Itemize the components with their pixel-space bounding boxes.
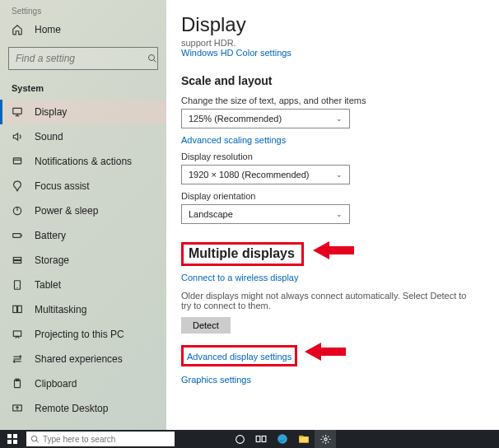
svg-point-37: [277, 434, 287, 444]
main-content: Display support HDR. Windows HD Color se…: [166, 0, 499, 430]
projecting-icon: [12, 329, 26, 340]
sidebar-item-label: Display: [35, 106, 67, 118]
app-title: Settings: [0, 7, 166, 16]
taskbar-search[interactable]: [26, 432, 175, 446]
svg-point-0: [148, 55, 154, 61]
clipboard-icon: [12, 378, 26, 390]
taskbar-icons: [229, 430, 336, 448]
sound-icon: [12, 131, 26, 142]
graphics-link[interactable]: Graphics settings: [181, 375, 491, 385]
orient-value: Landscape: [189, 209, 233, 219]
sidebar-item-clipboard[interactable]: Clipboard: [0, 371, 166, 396]
chevron-down-icon: ⌄: [336, 170, 343, 179]
home-nav[interactable]: Home: [0, 19, 166, 40]
sidebar-item-sound[interactable]: Sound: [0, 124, 166, 149]
edge-icon[interactable]: [272, 430, 293, 448]
taskbar-search-input[interactable]: [43, 435, 175, 444]
svg-marker-27: [305, 343, 346, 361]
adv-display-link[interactable]: Advanced display settings: [187, 352, 291, 362]
svg-rect-18: [13, 331, 21, 336]
sidebar-item-projecting[interactable]: Projecting to this PC: [0, 322, 166, 347]
sidebar-item-label: Clipboard: [35, 378, 77, 390]
task-view-icon[interactable]: [250, 430, 272, 448]
svg-marker-26: [313, 241, 354, 259]
svg-point-32: [31, 436, 36, 441]
cortana-icon[interactable]: [229, 430, 250, 448]
chevron-down-icon: ⌄: [336, 114, 343, 123]
svg-line-1: [153, 60, 156, 63]
sidebar-item-multitasking[interactable]: Multitasking: [0, 297, 166, 322]
chevron-down-icon: ⌄: [336, 210, 343, 218]
sidebar-item-tablet[interactable]: Tablet: [0, 273, 166, 297]
sidebar-item-notifications[interactable]: Notifications & actions: [0, 149, 166, 174]
sidebar-item-label: Battery: [35, 230, 66, 241]
svg-rect-29: [13, 434, 17, 438]
explorer-icon[interactable]: [293, 430, 315, 448]
sidebar-item-battery[interactable]: Battery: [0, 223, 166, 248]
adv-display-highlight: Advanced display settings: [181, 345, 297, 366]
tablet-icon: [12, 279, 26, 291]
search-wrap: [8, 47, 158, 70]
sidebar-item-remote[interactable]: Remote Desktop: [0, 396, 166, 421]
sidebar-item-focus[interactable]: Focus assist: [0, 174, 166, 198]
scale-select[interactable]: 125% (Recommended) ⌄: [181, 109, 350, 128]
adv-scaling-link[interactable]: Advanced scaling settings: [181, 135, 491, 145]
detect-button[interactable]: Detect: [181, 317, 231, 334]
sidebar-item-power[interactable]: Power & sleep: [0, 198, 166, 223]
section-label: System: [0, 78, 166, 100]
orient-label: Display orientation: [181, 191, 491, 201]
res-select[interactable]: 1920 × 1080 (Recommended) ⌄: [181, 165, 350, 184]
older-displays-text: Older displays might not always connect …: [181, 291, 478, 310]
orient-select[interactable]: Landscape ⌄: [181, 204, 350, 224]
sidebar-item-label: Focus assist: [35, 180, 90, 192]
taskbar: [0, 430, 499, 448]
svg-rect-39: [299, 436, 303, 437]
search-box[interactable]: [8, 47, 158, 70]
sidebar-item-label: Power & sleep: [35, 205, 98, 217]
svg-rect-30: [7, 440, 12, 444]
multitasking-icon: [12, 304, 26, 315]
svg-rect-36: [262, 436, 266, 442]
sidebar-item-storage[interactable]: Storage: [0, 248, 166, 273]
battery-icon: [12, 230, 26, 241]
svg-rect-6: [13, 158, 21, 164]
home-label: Home: [35, 24, 61, 35]
page-title: Display: [181, 13, 491, 36]
wireless-link[interactable]: Connect to a wireless display: [181, 273, 491, 282]
hdr-link[interactable]: Windows HD Color settings: [181, 48, 491, 58]
scale-value: 125% (Recommended): [189, 114, 282, 124]
power-icon: [12, 205, 26, 217]
svg-rect-12: [13, 258, 21, 260]
search-icon: [26, 435, 43, 444]
storage-icon: [12, 254, 26, 266]
svg-rect-28: [7, 434, 12, 438]
svg-rect-10: [13, 234, 21, 238]
search-input[interactable]: [9, 53, 147, 64]
svg-rect-2: [13, 108, 22, 114]
multi-heading: Multiple displays: [189, 246, 295, 260]
home-icon: [12, 24, 26, 35]
display-icon: [12, 106, 26, 118]
svg-point-40: [324, 437, 326, 440]
hdr-note: support HDR.: [181, 38, 491, 48]
sidebar-item-label: Tablet: [35, 279, 61, 291]
scale-heading: Scale and layout: [181, 74, 491, 87]
focus-icon: [12, 180, 26, 192]
sidebar-item-label: Sound: [35, 131, 63, 142]
annotation-arrow-icon: [305, 340, 346, 363]
sidebar-item-label: Multitasking: [35, 304, 86, 315]
start-button[interactable]: [0, 430, 25, 448]
settings-taskbar-icon[interactable]: [315, 430, 336, 448]
sidebar-item-shared[interactable]: Shared experiences: [0, 347, 166, 371]
res-label: Display resolution: [181, 152, 491, 161]
sidebar-item-display[interactable]: Display: [0, 100, 166, 124]
svg-point-34: [236, 435, 244, 443]
sidebar: Settings Home System Display Sound Notif…: [0, 0, 166, 430]
svg-rect-17: [18, 306, 22, 312]
annotation-arrow-icon: [313, 239, 354, 262]
svg-rect-13: [13, 261, 21, 264]
svg-rect-16: [13, 306, 17, 312]
remote-icon: [12, 403, 26, 414]
sidebar-item-label: Storage: [35, 254, 69, 266]
svg-rect-31: [13, 440, 17, 444]
